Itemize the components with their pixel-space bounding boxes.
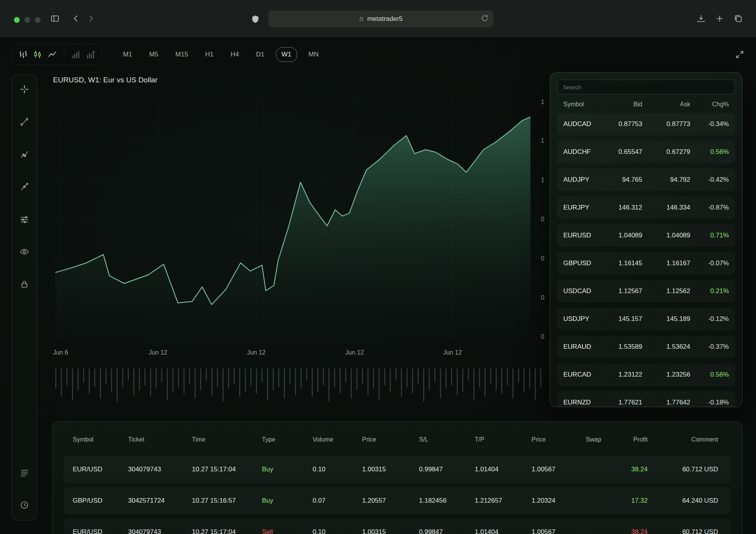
position-open-price: 1.20557 bbox=[362, 497, 419, 505]
browser-chrome: metatrader5 bbox=[0, 0, 756, 37]
line-chart-button[interactable] bbox=[48, 50, 57, 59]
search-input[interactable] bbox=[557, 80, 735, 94]
position-type: Buy bbox=[262, 466, 313, 473]
position-profit: 38.24 bbox=[613, 528, 652, 534]
ask-value: 1.77642 bbox=[642, 399, 690, 406]
ask-value: 94.792 bbox=[642, 176, 690, 184]
symbol-label: AUDJPY bbox=[563, 176, 594, 184]
candlestick-icon bbox=[33, 50, 42, 59]
tab-overview-button[interactable] bbox=[734, 14, 743, 23]
watchlist-row-eurcad[interactable]: EURCAD1.231221.232560.56% bbox=[557, 363, 735, 386]
watchlist-row-eurusd[interactable]: EURUSD1.040891.040890.71% bbox=[557, 224, 735, 247]
ray-line-icon bbox=[20, 182, 29, 191]
watchlist-row-eurjpy[interactable]: EURJPY146.312146.334-0.87% bbox=[557, 196, 735, 219]
watchlist-row-audcad[interactable]: AUDCAD0.877530.87773-0.34% bbox=[557, 113, 735, 135]
ask-value: 145.189 bbox=[642, 315, 690, 323]
watchlist-row-audchf[interactable]: AUDCHF0.655470.672790.56% bbox=[557, 141, 735, 163]
histogram-button-1[interactable] bbox=[71, 50, 80, 59]
ray-tool-button[interactable] bbox=[20, 182, 29, 192]
browser-sidebar-toggle[interactable] bbox=[50, 14, 60, 23]
change-percent: -0.18% bbox=[690, 399, 729, 406]
change-percent: 0.71% bbox=[690, 232, 729, 239]
ask-value: 1.23256 bbox=[642, 371, 690, 379]
address-bar[interactable]: metatrader5 bbox=[268, 10, 493, 27]
symbol-label: USDJPY bbox=[563, 315, 594, 323]
new-tab-button[interactable] bbox=[715, 14, 724, 23]
objects-list-button[interactable] bbox=[20, 467, 29, 478]
y-axis-label-0: 1 bbox=[541, 99, 544, 106]
watchlist-col-bid: Bid bbox=[594, 101, 642, 108]
forward-button[interactable] bbox=[86, 14, 95, 23]
timeframe-m1[interactable]: M1 bbox=[117, 47, 138, 62]
traffic-light-3[interactable] bbox=[35, 17, 41, 23]
x-axis-label-1: Jun 12 bbox=[149, 349, 167, 356]
change-percent: -0.87% bbox=[690, 204, 729, 212]
watchlist-col-chg: Chg% bbox=[690, 101, 729, 108]
position-comment: 60.712 USD bbox=[652, 528, 722, 534]
traffic-light-2[interactable] bbox=[24, 17, 30, 23]
positions-col-9: Swap bbox=[586, 436, 613, 443]
refresh-button[interactable] bbox=[481, 14, 489, 22]
visibility-button[interactable] bbox=[20, 247, 29, 257]
crosshair-tool-button[interactable] bbox=[20, 84, 29, 94]
y-axis-label-3: 0 bbox=[541, 216, 544, 223]
polyline-icon bbox=[20, 150, 29, 159]
symbol-label: AUDCHF bbox=[563, 148, 594, 156]
histogram-button-2[interactable] bbox=[86, 50, 95, 59]
position-symbol: GBP/USD bbox=[73, 497, 128, 505]
ask-value: 1.12562 bbox=[642, 287, 690, 295]
price-chart[interactable] bbox=[55, 97, 530, 340]
symbol-label: GBPUSD bbox=[563, 259, 594, 267]
position-row-1[interactable]: GBP/USD304257172410.27 15:16:57Buy0.071.… bbox=[63, 487, 731, 514]
candles-chart-button[interactable] bbox=[33, 50, 42, 59]
position-volume: 0.10 bbox=[313, 528, 362, 534]
position-ticket: 3042571724 bbox=[128, 497, 192, 505]
watchlist-row-euraud[interactable]: EURAUD1.535891.53624-0.37% bbox=[557, 336, 735, 358]
back-button[interactable] bbox=[72, 14, 81, 23]
timeframe-m15[interactable]: M15 bbox=[169, 47, 194, 62]
watchlist-row-usdcad[interactable]: USDCAD1.125671.125620.21% bbox=[557, 280, 735, 302]
watchlist-row-eurnzd[interactable]: EURNZD1.776211.77642-0.18% bbox=[557, 391, 735, 407]
privacy-shield-icon[interactable] bbox=[251, 15, 260, 24]
x-axis-label-2: Jun 12 bbox=[247, 349, 265, 356]
position-sl: 0.99847 bbox=[419, 466, 475, 473]
fullscreen-button[interactable] bbox=[735, 50, 744, 59]
ask-value: 0.67279 bbox=[642, 148, 690, 156]
bars-chart-button[interactable] bbox=[18, 50, 27, 59]
traffic-lights bbox=[14, 17, 41, 23]
timeframe-d1[interactable]: D1 bbox=[250, 47, 270, 62]
timeframe-h1[interactable]: H1 bbox=[199, 47, 219, 62]
y-axis-label-5: 0 bbox=[541, 294, 544, 301]
position-row-2[interactable]: EUR/USD30407974310.27 15:17:04Sell0.101.… bbox=[63, 519, 731, 534]
position-type: Buy bbox=[262, 497, 313, 505]
ask-value: 146.334 bbox=[642, 204, 690, 212]
bid-value: 1.53589 bbox=[594, 343, 642, 351]
volume-histogram bbox=[55, 369, 546, 405]
ask-value: 0.87773 bbox=[642, 120, 690, 128]
lock-tool-button[interactable] bbox=[20, 279, 29, 289]
y-axis-label-6: 0 bbox=[541, 333, 544, 340]
trendline-tool-button[interactable] bbox=[20, 117, 29, 127]
positions-col-11: Comment bbox=[652, 436, 722, 443]
timeframe-h4[interactable]: H4 bbox=[225, 47, 245, 62]
chevron-right-icon bbox=[86, 14, 95, 23]
change-percent: -0.12% bbox=[690, 315, 729, 323]
indicator-settings-button[interactable] bbox=[20, 214, 29, 224]
positions-col-10: Profit bbox=[613, 436, 652, 443]
bid-value: 1.12567 bbox=[594, 287, 642, 295]
timeframe-w1[interactable]: W1 bbox=[276, 47, 298, 62]
position-comment: 64.240 USD bbox=[652, 497, 722, 505]
lock-icon bbox=[359, 16, 364, 22]
timeframe-mn[interactable]: MN bbox=[303, 47, 324, 62]
download-button[interactable] bbox=[696, 14, 706, 23]
position-symbol: EUR/USD bbox=[73, 528, 128, 534]
refresh-icon bbox=[481, 14, 489, 22]
watchlist-row-usdjpy[interactable]: USDJPY145.157145.189-0.12% bbox=[557, 308, 735, 330]
traffic-light-1[interactable] bbox=[14, 17, 20, 23]
history-button[interactable] bbox=[20, 500, 29, 510]
polyline-tool-button[interactable] bbox=[20, 149, 29, 159]
watchlist-row-gbpusd[interactable]: GBPUSD1.161451.16167-0.07% bbox=[557, 252, 735, 275]
watchlist-row-audjpy[interactable]: AUDJPY94.76594.792-0.42% bbox=[557, 169, 735, 191]
position-row-0[interactable]: EUR/USD30407974310.27 15:17:04Buy0.101.0… bbox=[63, 456, 731, 483]
timeframe-m5[interactable]: M5 bbox=[144, 47, 164, 62]
